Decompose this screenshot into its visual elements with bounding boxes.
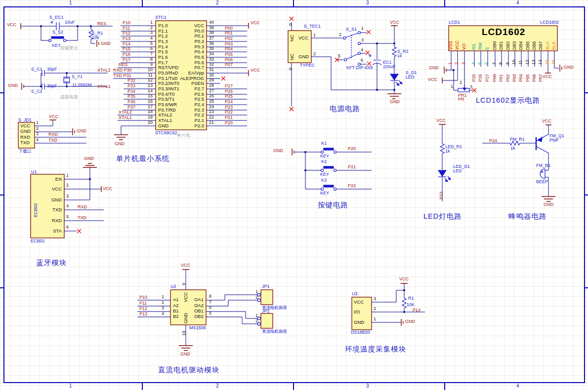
pin-number: 2 [255, 319, 258, 323]
pin-number: 30 [209, 73, 214, 78]
designator: U1 [31, 170, 37, 174]
pin-name: OB2 [194, 314, 204, 319]
net-label: P17 [123, 58, 130, 62]
net-label: P13 [139, 312, 147, 316]
pin-name: RW [478, 42, 483, 50]
designator: LED [453, 169, 462, 173]
pin-number: 35 [209, 46, 214, 51]
pin-name: TXD [20, 140, 30, 145]
zone-label: 4 [516, 0, 519, 5]
designator: STC1 [155, 15, 167, 20]
pin-name: P3.3/INT1 [158, 86, 179, 91]
pin-number: 6 [361, 58, 363, 63]
designator: K1 [321, 141, 327, 146]
pin-number: 4 [36, 138, 39, 142]
pin-name: DB0 [493, 41, 497, 50]
pin-name: A2 [173, 303, 179, 308]
net-label: XTAL2 [119, 110, 132, 115]
pin-name: VCC [298, 36, 308, 40]
pin-name: GND [20, 129, 31, 134]
pin-number: 1 [255, 313, 258, 318]
designator: 30pF [47, 67, 57, 72]
power-port: VCC [436, 118, 446, 123]
pin-number: 1 [361, 26, 364, 31]
pin-name: GND [298, 54, 309, 59]
pin-name: VCC [183, 292, 188, 302]
pin-number: 1 [374, 317, 376, 321]
pin-name: DB4 [519, 41, 523, 50]
pin-name: RST/VPD [158, 65, 178, 70]
lcd-title: LCD1602 [482, 27, 525, 37]
pin-number: 3 [150, 31, 153, 35]
pin-name: BLA [546, 41, 550, 50]
net-label: P27 [485, 74, 490, 82]
designator: 220uF [383, 65, 396, 69]
designator: PNP [549, 138, 559, 143]
designator: JP1 [262, 284, 270, 289]
net-label: P33 [127, 84, 135, 88]
pin-name: P1.2 [158, 34, 168, 39]
pin-name: RS [472, 43, 476, 50]
pin-number: 21 [209, 120, 214, 125]
pin-name: DB7 [539, 41, 543, 50]
designator: U3 [352, 292, 358, 296]
pin-number: 20 [148, 120, 153, 125]
designator: KEY [320, 154, 329, 158]
designator: MX1508 [189, 326, 206, 330]
section-title: 蜂鸣器电路 [508, 213, 547, 220]
net-label: P10 [123, 21, 130, 25]
designator: S_S2 [52, 30, 63, 35]
power-port: VCC [103, 187, 112, 191]
pin-name: P3.0/RxD [158, 71, 178, 76]
net-label: P20 [225, 121, 233, 125]
zone-label: 1 [69, 384, 72, 389]
power-port: GND [429, 66, 439, 70]
designator: FM_R1 [510, 137, 525, 142]
pin-number: 19 [148, 115, 153, 119]
pin-number: 4 [361, 48, 363, 52]
pin-number: 5 [150, 41, 153, 46]
pin-number: 1 [66, 173, 69, 178]
designator: U2 [170, 284, 176, 289]
net-label: P00 [493, 74, 497, 82]
pin-number: 33 [209, 57, 214, 62]
pin-name: P0.5 [194, 55, 204, 60]
pin-number: 2 [255, 295, 258, 300]
pin-number: 3 [36, 132, 39, 136]
schematic-text-layer: 12341234VCCS_EC110uFRESS_S2KEY按键复位S_R110… [0, 0, 588, 390]
pin-name: P0.1 [194, 34, 204, 39]
pin-number: 0 [289, 68, 293, 70]
pin-name: 14 [538, 60, 543, 65]
pin-number: 36 [209, 41, 214, 46]
pin-number: 3 [470, 85, 472, 89]
designator: S_S1 [346, 27, 357, 32]
net-label: P16 [123, 52, 130, 57]
pin-number: 39 [209, 26, 214, 30]
pin-number: 7 [209, 300, 211, 305]
comment-text: 按键复位 [60, 46, 78, 50]
pin-number: 23 [209, 110, 214, 114]
pin-number: 31 [209, 68, 214, 72]
net-label: P01 [499, 74, 504, 82]
power-port: GND [115, 142, 125, 146]
power-port: VCC [390, 20, 399, 25]
pin-number: 8 [209, 294, 211, 299]
net-label: P26 [225, 89, 233, 94]
net-label: P05 [225, 52, 233, 57]
pin-number: 1 [36, 120, 39, 125]
pin-name: P2.5 [194, 97, 204, 102]
designator: 1k [445, 149, 450, 154]
pin-number: 5 [66, 215, 69, 219]
pin-number: 27 [209, 89, 214, 93]
pin-name: DB6 [532, 41, 537, 50]
pin-name: DB5 [526, 41, 530, 50]
pin-number: 2 [36, 126, 39, 131]
pin-number: 6 [150, 46, 153, 51]
pin-name: VO [462, 43, 466, 50]
net-label: TXD [78, 216, 86, 220]
pin-name: STA [53, 229, 62, 234]
pin-number: 13 [148, 83, 153, 88]
designator: S_Y1 [72, 75, 83, 79]
power-port: GND [544, 202, 553, 207]
pin-name: EA/Vpp [188, 71, 204, 76]
